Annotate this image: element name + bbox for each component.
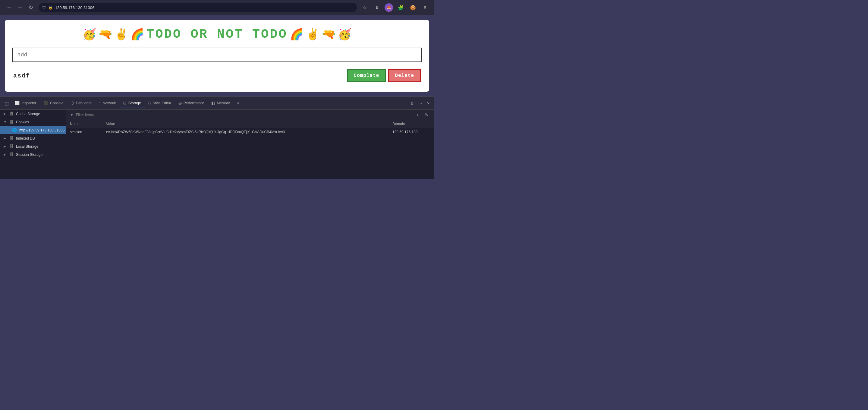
tab-console[interactable]: ⬛ Console [40, 98, 67, 108]
devtools-main-panel: ▼ + ↻ Name Value Domain session [66, 110, 434, 179]
addon-button[interactable]: 🧩 [397, 3, 405, 12]
download-button[interactable]: ⬇ [373, 3, 381, 12]
globe-icon: 🌐 [12, 128, 17, 133]
storage-icon: ⊟ [123, 101, 127, 105]
devtools-options-button[interactable]: ⋯ [416, 100, 424, 107]
tab-more[interactable]: » [234, 98, 243, 108]
emoji-rainbow-left: 🌈 [130, 28, 144, 41]
tab-performance[interactable]: ◎ Performance [175, 98, 208, 108]
cell-name: session [66, 128, 102, 136]
bookmark-button[interactable]: ☆ [361, 3, 369, 12]
indexed-db-icon: 🗄 [10, 136, 13, 141]
style-editor-icon: {} [148, 101, 151, 105]
add-row-button[interactable]: + [415, 112, 421, 118]
debugger-icon: ⬡ [70, 101, 74, 105]
tab-inspector[interactable]: ⬜ Inspector [11, 98, 40, 108]
sidebar-item-indexed-db[interactable]: ▶ 🗄 Indexed DB [0, 134, 66, 142]
app-header: 🥳 🔫 ✌️ 🌈 TODO OR NOT TODO 🌈 ✌️ 🔫 🥳 [12, 27, 422, 41]
expand-icon: ▶ [4, 112, 7, 115]
tab-style-editor[interactable]: {} Style Editor [145, 98, 175, 108]
emoji-gun-left: 🔫 [98, 28, 112, 41]
devtools: ⬚ ⬜ Inspector ⬛ Console ⬡ Debugger ↕ Net… [0, 96, 434, 179]
sidebar-item-cookies[interactable]: ▼ 🗄 Cookies [0, 118, 66, 126]
devtools-pick-button[interactable]: ⬚ [2, 100, 11, 107]
shield-icon: 🛡 [42, 5, 46, 10]
emoji-peace-right: ✌️ [306, 28, 319, 41]
cookie-icon[interactable]: 🍪 [409, 3, 417, 12]
devtools-end-buttons: ⧉ ⋯ ✕ [409, 100, 432, 107]
cell-value: eyJhdXRoZW50aWNhdGVkIjp0cnVlLCJ1c2VybmFt… [102, 128, 389, 136]
sidebar-item-cookies-url[interactable]: 🌐 http://139.59.176.130:31306 [0, 126, 66, 134]
delete-button[interactable]: Delete [388, 69, 421, 82]
app-container: 🥳 🔫 ✌️ 🌈 TODO OR NOT TODO 🌈 ✌️ 🔫 🥳 asdf … [5, 20, 429, 92]
refresh-data-button[interactable]: ↻ [423, 112, 430, 118]
emoji-peace-left: ✌️ [115, 28, 128, 41]
expand-icon-idb: ▶ [4, 137, 7, 140]
tab-memory[interactable]: ◧ Memory [208, 98, 233, 108]
network-icon: ↕ [99, 101, 101, 105]
todo-actions: Complete Delete [347, 69, 421, 82]
todo-item-text: asdf [13, 72, 30, 79]
tab-storage[interactable]: ⊟ Storage [120, 98, 145, 108]
lock-icon: 🔒 [48, 5, 53, 10]
memory-icon: ◧ [211, 101, 215, 105]
tab-debugger[interactable]: ⬡ Debugger [67, 98, 95, 108]
menu-button[interactable]: ≡ [421, 3, 429, 12]
emoji-party-right: 🥳 [338, 28, 351, 41]
table-row[interactable]: session eyJhdXRoZW50aWNhdGVkIjp0cnVlLCJ1… [66, 128, 434, 136]
devtools-toolbar: ▼ + ↻ [66, 110, 434, 120]
back-button[interactable]: ← [5, 3, 13, 12]
inspector-icon: ⬜ [15, 101, 20, 105]
emoji-rainbow-right: 🌈 [290, 28, 304, 41]
address-bar[interactable]: 🛡 🔒 139.59.176.130:31306 [38, 3, 357, 12]
url-text: 139.59.176.130:31306 [55, 5, 94, 10]
database-icon: 🗄 [10, 112, 13, 116]
todo-input[interactable] [12, 48, 422, 62]
browser-chrome: ← → ↻ 🛡 🔒 139.59.176.130:31306 ☆ ⬇ 🦊 🧩 🍪… [0, 0, 434, 15]
devtools-sidebar: ▶ 🗄 Cache Storage ▼ 🗄 Cookies 🌐 http://1… [0, 110, 66, 179]
storage-table: Name Value Domain session eyJhdXRoZW50aW… [66, 120, 434, 136]
sidebar-item-cache-storage[interactable]: ▶ 🗄 Cache Storage [0, 110, 66, 118]
local-storage-icon: 🗄 [10, 144, 13, 149]
column-header-domain: Domain [389, 120, 434, 128]
firefox-profile: 🦊 [384, 3, 393, 12]
expand-icon-ss: ▶ [4, 153, 7, 156]
refresh-button[interactable]: ↻ [27, 3, 35, 12]
cell-domain: 139.59.176.130 [389, 128, 434, 136]
filter-input[interactable] [76, 113, 410, 117]
filter-icon: ▼ [70, 113, 73, 117]
forward-button[interactable]: → [16, 3, 24, 12]
page-content: 🥳 🔫 ✌️ 🌈 TODO OR NOT TODO 🌈 ✌️ 🔫 🥳 asdf … [0, 15, 434, 96]
console-icon: ⬛ [43, 101, 48, 105]
nav-buttons: ← → ↻ [5, 3, 35, 12]
session-storage-icon: 🗄 [10, 152, 13, 157]
toolbar-divider [412, 113, 412, 117]
expand-icon-cookies: ▼ [4, 120, 7, 124]
sidebar-item-local-storage[interactable]: ▶ 🗄 Local Storage [0, 142, 66, 150]
expand-icon-ls: ▶ [4, 145, 7, 148]
emoji-gun-right: 🔫 [322, 28, 336, 41]
complete-button[interactable]: Complete [347, 69, 386, 82]
performance-icon: ◎ [179, 101, 182, 105]
devtools-tabs: ⬚ ⬜ Inspector ⬛ Console ⬡ Debugger ↕ Net… [0, 97, 434, 110]
devtools-content: ▶ 🗄 Cache Storage ▼ 🗄 Cookies 🌐 http://1… [0, 110, 434, 179]
split-pane-button[interactable]: ⧉ [409, 100, 415, 107]
devtools-close-button[interactable]: ✕ [425, 100, 432, 107]
cookies-icon: 🗄 [10, 120, 13, 124]
column-header-value: Value [102, 120, 389, 128]
sidebar-item-session-storage[interactable]: ▶ 🗄 Session Storage [0, 150, 66, 158]
todo-item: asdf Complete Delete [12, 67, 422, 84]
app-title: TODO OR NOT TODO [147, 27, 287, 41]
emoji-party: 🥳 [83, 28, 96, 41]
column-header-name: Name [66, 120, 102, 128]
tab-network[interactable]: ↕ Network [95, 98, 120, 108]
